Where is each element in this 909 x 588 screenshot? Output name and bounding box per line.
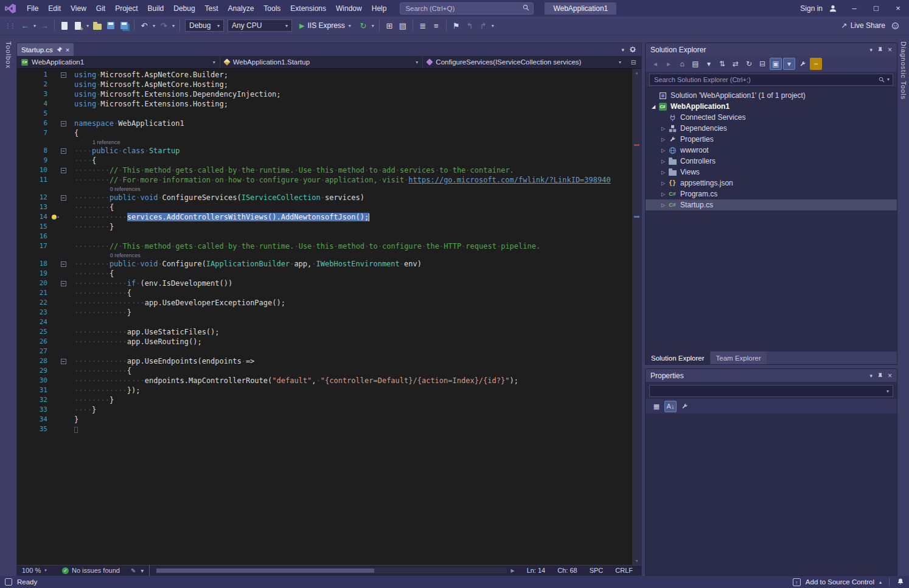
sync-with-active-document-icon[interactable]: ⇄ <box>730 58 742 70</box>
menu-edit[interactable]: Edit <box>43 0 66 16</box>
line-number[interactable]: 23 <box>17 308 51 317</box>
tree-item-solution-webapplication1-1-of-1-project[interactable]: Solution 'WebApplication1' (1 of 1 proje… <box>646 90 897 101</box>
tree-item-connected-services[interactable]: Connected Services <box>646 112 897 123</box>
codelens-indicator[interactable]: 1 reference <box>17 138 632 146</box>
code-line-28[interactable]: 28−············app.UseEndpoints(endpoint… <box>17 356 632 366</box>
browser-link-icon[interactable]: ⊞ <box>383 19 395 32</box>
active-files-dropdown-icon[interactable]: ▾ <box>621 47 624 53</box>
line-number[interactable]: 20 <box>17 278 51 288</box>
toolbox-tab[interactable]: Toolbox <box>5 41 12 69</box>
split-window-icon[interactable]: ⊟ <box>625 56 641 68</box>
code-line-13[interactable]: 13········{ <box>17 202 632 212</box>
code-line-2[interactable]: 2using·Microsoft.AspNetCore.Hosting; <box>17 80 632 89</box>
space-mode-indicator[interactable]: SPC <box>583 567 610 574</box>
code-line-22[interactable]: 22················app.UseDeveloperExcept… <box>17 298 632 308</box>
panel-menu-caret-icon[interactable]: ▾ <box>869 47 872 53</box>
fold-marker[interactable]: − <box>60 359 68 364</box>
solution-platforms-dropdown[interactable]: Any CPU▾ <box>228 19 292 32</box>
line-number[interactable]: 32 <box>17 395 51 405</box>
line-number[interactable]: 31 <box>17 386 51 395</box>
code-line-18[interactable]: 18−········public·void·Configure(IApplic… <box>17 259 632 269</box>
scroll-down-icon[interactable]: ▾ <box>632 558 641 564</box>
fold-marker[interactable]: − <box>60 195 68 201</box>
line-ending-indicator[interactable]: CRLF <box>609 567 639 574</box>
code-line-1[interactable]: 1−using·Microsoft.AspNetCore.Builder; <box>17 70 632 80</box>
line-number[interactable]: 19 <box>17 269 51 278</box>
user-account-icon[interactable] <box>829 4 837 13</box>
line-number[interactable]: 16 <box>17 232 51 241</box>
navbar-project-dropdown[interactable]: C# WebApplication1 ▾ <box>17 56 220 68</box>
line-number[interactable]: 13 <box>17 202 51 212</box>
show-all-files-icon[interactable]: ▣ <box>770 58 782 70</box>
code-line-35[interactable]: 35 <box>17 424 632 434</box>
new-project-icon[interactable] <box>58 19 71 32</box>
notifications-bell-icon[interactable] <box>897 578 904 586</box>
line-number[interactable]: 29 <box>17 366 51 376</box>
expander-collapsed-icon[interactable]: ▷ <box>659 202 667 208</box>
alphabetical-sort-icon[interactable]: A↓ <box>664 401 677 412</box>
code-line-8[interactable]: 8−····public·class·Startup <box>17 146 632 156</box>
code-line-27[interactable]: 27 <box>17 347 632 356</box>
pending-changes-filter-icon[interactable]: ⇅ <box>716 58 728 70</box>
pin-icon[interactable] <box>57 47 62 52</box>
switch-views-icon[interactable]: ▤ <box>689 58 702 70</box>
code-line-16[interactable]: 16 <box>17 232 632 241</box>
zoom-control[interactable]: 100 % ▾ <box>19 567 57 574</box>
feedback-icon[interactable] <box>891 22 899 30</box>
save-icon[interactable] <box>105 19 117 32</box>
menu-tools[interactable]: Tools <box>259 0 285 16</box>
line-number[interactable]: 26 <box>17 337 51 347</box>
expander-collapsed-icon[interactable]: ▷ <box>659 170 667 175</box>
line-number[interactable]: 25 <box>17 327 51 337</box>
code-line-17[interactable]: 17········//·This·method·gets·called·by·… <box>17 241 632 251</box>
navigate-backward-caret-icon[interactable]: ▾ <box>32 19 38 32</box>
code-cleanup-icon[interactable]: ✎ <box>131 567 136 574</box>
sign-in-button[interactable]: Sign in <box>795 4 827 13</box>
codelens-indicator[interactable]: 0 references <box>17 185 632 193</box>
issues-indicator[interactable]: No issues found <box>72 567 120 574</box>
line-number[interactable]: 7 <box>17 128 51 138</box>
line-number[interactable]: 1 <box>17 70 51 80</box>
horizontal-scrollbar-thumb[interactable] <box>156 569 374 573</box>
expander-collapsed-icon[interactable]: ▷ <box>659 137 667 142</box>
code-line-11[interactable]: 11········//·For·more·information·on·how… <box>17 175 632 185</box>
show-all-files-caret-icon[interactable]: ▾ <box>783 58 795 70</box>
code-line-21[interactable]: 21············{ <box>17 288 632 298</box>
navigate-backward-icon[interactable]: ← <box>19 19 31 32</box>
panel-tab-solution-explorer[interactable]: Solution Explorer <box>646 351 710 364</box>
pin-panel-icon[interactable] <box>877 372 883 380</box>
fold-marker[interactable]: − <box>60 72 68 78</box>
fold-marker[interactable]: − <box>60 281 68 286</box>
menu-file[interactable]: File <box>22 0 43 16</box>
line-number[interactable]: 21 <box>17 288 51 298</box>
code-line-31[interactable]: 31············}); <box>17 386 632 395</box>
code-line-14[interactable]: 14▾············services.AddControllersWi… <box>17 212 632 222</box>
menu-debug[interactable]: Debug <box>169 0 200 16</box>
line-number[interactable]: 15 <box>17 222 51 232</box>
solution-configurations-dropdown[interactable]: Debug▾ <box>185 19 224 32</box>
code-line-10[interactable]: 10−········//·This·method·gets·called·by… <box>17 165 632 175</box>
menu-project[interactable]: Project <box>110 0 142 16</box>
properties-icon[interactable] <box>796 58 809 70</box>
menu-window[interactable]: Window <box>331 0 367 16</box>
expander-expanded-icon[interactable]: ◢ <box>649 104 658 109</box>
code-line-25[interactable]: 25············app.UseStaticFiles(); <box>17 327 632 337</box>
previous-bookmark-icon[interactable]: ↰ <box>464 19 476 32</box>
expander-collapsed-icon[interactable]: ▷ <box>659 159 667 164</box>
toggle-bookmark-icon[interactable]: ⚑ <box>450 19 462 32</box>
line-number[interactable]: 8 <box>17 146 51 156</box>
code-line-33[interactable]: 33····} <box>17 405 632 415</box>
expander-collapsed-icon[interactable]: ▷ <box>659 181 667 186</box>
toolbar-options-caret-icon[interactable]: ▾ <box>490 19 496 32</box>
close-button[interactable]: × <box>887 0 909 16</box>
categorized-view-icon[interactable]: ▦ <box>650 401 663 412</box>
quick-search[interactable] <box>400 2 534 15</box>
fold-marker[interactable]: − <box>60 148 68 154</box>
code-line-12[interactable]: 12−········public·void·ConfigureServices… <box>17 193 632 202</box>
code-line-29[interactable]: 29············{ <box>17 366 632 376</box>
line-number[interactable]: 5 <box>17 109 51 119</box>
switch-views-caret-icon[interactable]: ▾ <box>703 58 715 70</box>
code-line-4[interactable]: 4using·Microsoft.Extensions.Hosting; <box>17 99 632 109</box>
code-line-26[interactable]: 26············app.UseRouting(); <box>17 337 632 347</box>
line-number[interactable]: 22 <box>17 298 51 308</box>
